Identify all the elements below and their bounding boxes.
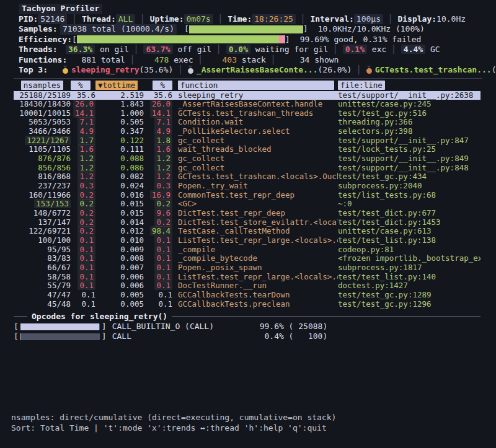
cell-pct-direct: 0.2 <box>71 191 95 200</box>
tottime-value: 0.088 <box>120 154 144 163</box>
file-line-value: test/test_dict.py:1453 <box>338 218 441 227</box>
cell-nsamples: 5053/5053 <box>14 118 71 127</box>
separator: │ <box>328 45 342 54</box>
function-name: DocTestRunner.__run <box>178 281 267 290</box>
cell-pct-direct: 7.1 <box>71 118 95 127</box>
cell-tottime: 0.007 <box>95 263 144 273</box>
column-header-[interactable]: % <box>144 81 172 90</box>
pct-cumulative-value: 7.1 <box>154 117 172 126</box>
table-row[interactable]: 137/1470.20.0140.2DictTest.test_store_ev… <box>14 218 480 227</box>
column-header-nsamples[interactable]: nsamples <box>14 81 71 90</box>
table-top-rule <box>14 78 482 79</box>
column-header-tottime[interactable]: ▼tottime <box>95 81 144 90</box>
cell-pct-direct: 0.1 <box>71 254 95 263</box>
top3-line: Top 3: sleeping_retry (35.6%) │ _AssertR… <box>19 65 496 76</box>
threads-label: Threads: <box>19 45 57 55</box>
function-name: DictTest.test_store_evilattr.<local... <box>178 218 338 227</box>
table-row[interactable]: 58/580.10.0060.1ListTest.test_repr_large… <box>14 273 480 282</box>
cell-pct-direct: 1.2 <box>71 164 95 173</box>
cell-tottime: 0.014 <box>95 218 144 227</box>
cell-nsamples: 10001/10015 <box>14 109 71 118</box>
opcode-name: CALL <box>112 332 260 341</box>
cell-nsamples: 856/856 <box>14 164 71 173</box>
file-line-value: test/list_tests.py:68 <box>338 191 436 200</box>
pct-cumulative-value: 1.6 <box>154 144 172 154</box>
table-row[interactable]: 66/670.10.0070.1Popen._posix_spawnsubpro… <box>14 263 480 273</box>
opcode-row: []CALL 0.4% ( 100) <box>14 332 496 341</box>
samples-line: Samples: 71038 total (10000.4/s) [ ] 10.… <box>19 24 496 35</box>
table-row-selected[interactable]: ▶25188/2518935.62.51935.6sleeping_retryt… <box>14 91 480 100</box>
cell-file-line: unittest/case.py:613 <box>338 227 480 236</box>
table-row[interactable]: 95/950.10.0090.1_compilecodeop.py:81 <box>14 245 480 255</box>
pct-cumulative-value: 14.1 <box>150 108 172 118</box>
pct-direct-value: 14.1 <box>73 108 95 118</box>
stat-value: 10.0Hz <box>436 14 466 25</box>
pct-cumulative-value: 9.6 <box>154 208 172 217</box>
table-row[interactable]: 47/470.10.0050.1GCCallbackTests.tearDown… <box>14 291 480 300</box>
nsamples-value: 148/6772 <box>33 208 71 217</box>
nsamples-value: 45/48 <box>47 299 71 309</box>
cell-nsamples: 18430/18430 <box>14 100 71 109</box>
column-header-label: % <box>71 81 91 90</box>
cell-tottime: 0.012 <box>95 227 144 236</box>
cell-tottime: 0.008 <box>95 254 144 263</box>
function-name: GCCallbackTests.tearDown <box>178 291 290 299</box>
top3-function-name: _AssertRaisesBaseConte... <box>197 65 318 76</box>
table-row[interactable]: 237/2370.30.0240.3Popen._try_waitsubproc… <box>14 182 480 191</box>
pct-direct-value: 0.2 <box>78 217 95 227</box>
pct-direct-value: 1.7 <box>78 136 95 145</box>
table-row[interactable]: 153/1530.20.0150.2<GC>~:0 <box>14 200 480 209</box>
pct-direct-value: 1.2 <box>78 172 95 181</box>
file-line-value: test/test_gc.py:1296 <box>338 300 432 309</box>
table-row[interactable]: 816/8681.20.0821.2GCTests.test_trashcan.… <box>14 172 480 182</box>
cell-pct-direct: 1.6 <box>71 145 95 154</box>
thread-stat-value: 4.4% <box>401 45 425 54</box>
table-row[interactable]: 83/830.10.0080.1_compile_bytecode<frozen… <box>14 254 480 263</box>
table-row[interactable]: 10001/1001514.11.00014.1GCTests.test_tra… <box>14 109 480 118</box>
table-row[interactable]: 1221/12671.70.1221.8gc_collecttest/suppo… <box>14 136 480 146</box>
tottime-value: 1.000 <box>120 108 144 118</box>
opcode-name: CALL_BUILTIN_O (CALL) <box>112 322 260 332</box>
pct-cumulative-value: 0.1 <box>158 290 172 299</box>
pct-direct-value: 0.1 <box>81 290 95 299</box>
pct-cumulative-value: 26.0 <box>150 99 172 108</box>
function-name: sleeping_retry <box>178 91 243 100</box>
tottime-value: 0.082 <box>120 172 144 181</box>
pct-direct-value: 0.3 <box>78 181 95 190</box>
table-row[interactable]: 122/697210.20.01298.4TestCase._callTestM… <box>14 227 480 236</box>
tottime-value: 0.505 <box>120 117 144 126</box>
tottime-value: 0.014 <box>120 217 144 227</box>
table-row[interactable]: 5053/50537.10.5057.1Condition.waitthread… <box>14 118 480 127</box>
cell-file-line: threading.py:366 <box>338 118 480 127</box>
table-row[interactable]: 1105/11051.60.1111.6wait_threads_blocked… <box>14 145 480 154</box>
column-header-fileline[interactable]: file:line <box>338 81 480 90</box>
stat-value: 18:26:25 <box>252 14 296 25</box>
column-header-function[interactable]: function <box>172 81 338 90</box>
column-header-[interactable]: % <box>71 81 95 90</box>
table-row[interactable]: 45/480.10.0050.1GCCallbackTests.preclean… <box>14 300 480 309</box>
table-row[interactable]: 3466/34664.90.3474.9_PollLikeSelector.se… <box>14 127 480 136</box>
tottime-value: 0.122 <box>120 136 144 145</box>
pct-direct-value: 0.1 <box>78 253 95 263</box>
separator: │ <box>383 14 397 25</box>
cell-function: _compile <box>172 245 338 255</box>
table-row[interactable]: 856/8561.20.0861.2gc_collecttest/support… <box>14 164 480 173</box>
efficiency-label: Efficiency: <box>19 35 72 45</box>
tottime-value: 1.843 <box>120 99 144 108</box>
cell-nsamples: 3466/3466 <box>14 127 71 136</box>
table-row[interactable]: 18430/1843026.01.84326.0_AssertRaisesBas… <box>14 100 480 109</box>
table-row[interactable]: 100/1000.10.0100.1ListTest.test_repr_lar… <box>14 236 480 245</box>
table-row[interactable]: 55/790.10.0060.1DocTestRunner.__rundocte… <box>14 281 480 291</box>
nsamples-value: 153/153 <box>34 199 71 208</box>
function-stat-value: 403 <box>208 55 237 64</box>
function-stat-label: stack <box>242 55 266 64</box>
table-row[interactable]: 160/119660.20.01616.9CommonTest.test_rep… <box>14 191 480 200</box>
nsamples-value: 47/47 <box>47 290 71 299</box>
table-row[interactable]: 876/8761.20.0881.2gc_collecttest/support… <box>14 154 480 164</box>
cell-nsamples: 95/95 <box>14 245 71 255</box>
cell-tottime: 0.347 <box>95 127 144 136</box>
table-row[interactable]: 148/67720.20.0159.6DictTest.test_repr_de… <box>14 209 480 218</box>
file-line-value: test/test_gc.py:516 <box>338 109 427 118</box>
cell-function: gc_collect <box>172 136 338 146</box>
pct-direct-value: 0.2 <box>78 199 95 208</box>
